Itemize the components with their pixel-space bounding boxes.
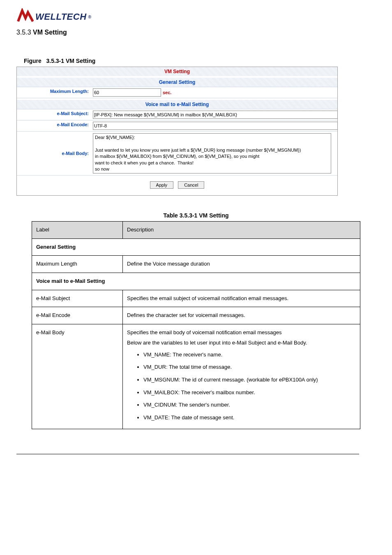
email-body-label: e-Mail Body: xyxy=(17,149,91,157)
button-row: Apply Cancel xyxy=(17,175,337,195)
logo-text: WELLTECH xyxy=(35,12,87,22)
email-encode-input[interactable] xyxy=(93,122,338,130)
cell-body-label: e-Mail Body xyxy=(32,324,123,429)
email-subject-row: e-Mail Subject: xyxy=(17,109,337,120)
th-description: Description xyxy=(123,222,360,239)
cell-maxlen-desc: Define the Voice message duration xyxy=(123,256,360,273)
table-caption: Table 3.5.3-1 VM Setting xyxy=(16,212,376,219)
cancel-button[interactable]: Cancel xyxy=(178,181,204,189)
email-encode-row: e-Mail Encode: xyxy=(17,120,337,131)
section-number: 3.5.3 xyxy=(16,29,31,36)
logo: WELLTECH ® xyxy=(16,8,376,25)
sec-label: sec. xyxy=(163,90,171,95)
cell-subject-desc: Specifies the email subject of voicemail… xyxy=(123,290,360,307)
email-body-row: e-Mail Body: xyxy=(17,131,337,175)
footer-rule xyxy=(16,454,359,454)
bullet-vm-dur: VM_DUR: The total time of message. xyxy=(143,362,356,372)
cell-encode-label: e-Mail Encode xyxy=(32,307,123,324)
logo-trademark: ® xyxy=(88,15,92,19)
logo-mark-icon xyxy=(16,8,34,25)
cell-body-desc: Specifies the email body of voicemail no… xyxy=(123,324,360,429)
apply-button[interactable]: Apply xyxy=(150,181,174,189)
vm-setting-screenshot: VM Setting General Setting Maximum Lengt… xyxy=(16,67,338,196)
cell-body-desc-1: Specifies the email body of voicemail no… xyxy=(127,328,356,338)
bullet-vm-mailbox: VM_MAILBOX: The receiver's mailbox numbe… xyxy=(143,388,356,398)
bullet-vm-cidnum: VM_CIDNUM: The sender's number. xyxy=(143,400,356,410)
vm-setting-title: VM Setting xyxy=(17,67,337,76)
maximum-length-label: Maximum Length: xyxy=(17,87,91,98)
bullet-vm-name: VM_NAME: The receiver's name. xyxy=(143,350,356,360)
bullet-vm-date: VM_DATE: The date of message sent. xyxy=(143,413,356,423)
section-title: VM Setting xyxy=(33,29,67,36)
email-subject-label: e-Mail Subject: xyxy=(17,109,91,120)
email-body-textarea[interactable] xyxy=(93,133,331,173)
figure-caption: Figure 3.5.3-1 VM Setting xyxy=(24,58,376,64)
maximum-length-input[interactable] xyxy=(93,88,161,97)
cell-encode-desc: Defines the character set for voicemail … xyxy=(123,307,360,324)
cell-body-desc-2: Below are the variables to let user inpu… xyxy=(127,338,356,348)
cell-subject-label: e-Mail Subject xyxy=(32,290,123,307)
email-subject-input[interactable] xyxy=(93,111,338,119)
cell-maxlen-label: Maximum Length xyxy=(32,256,123,273)
maximum-length-row: Maximum Length: sec. xyxy=(17,87,337,98)
email-encode-label: e-Mail Encode: xyxy=(17,120,91,131)
figure-caption-text: 3.5.3-1 VM Setting xyxy=(46,58,95,64)
figure-caption-prefix: Figure xyxy=(24,58,42,64)
voice-mail-heading: Voice mail to e-Mail Setting xyxy=(17,100,337,109)
th-label: Label xyxy=(32,222,123,239)
section-heading: 3.5.3 VM Setting xyxy=(16,29,376,36)
row-general-setting: General Setting xyxy=(32,238,360,256)
cell-subject-desc-text: Specifies the email subject of voicemail… xyxy=(127,294,356,304)
row-voice-setting: Voice mail to e-Mail Setting xyxy=(32,273,360,290)
general-setting-heading: General Setting xyxy=(17,78,337,87)
bullet-vm-msgnum: VM_MSGNUM: The id of current message. (w… xyxy=(143,375,356,385)
vm-setting-table: Label Description General Setting Maximu… xyxy=(32,221,360,429)
